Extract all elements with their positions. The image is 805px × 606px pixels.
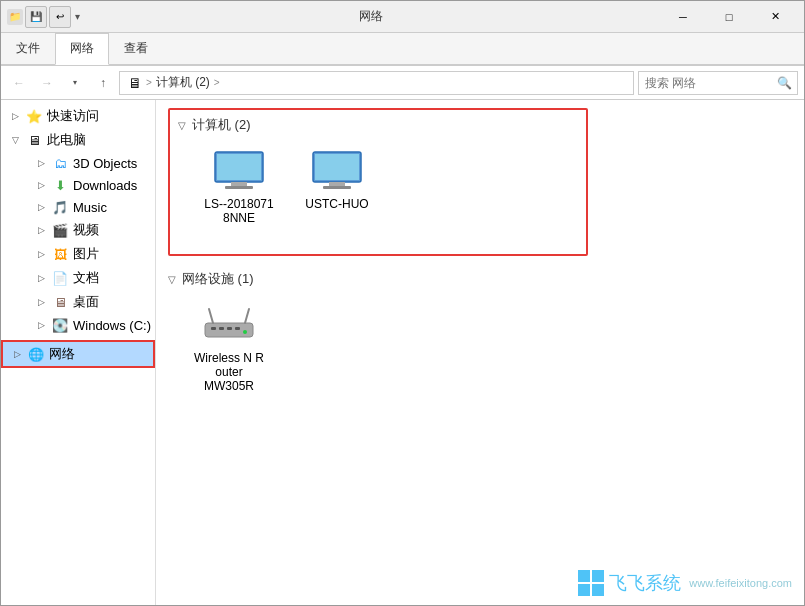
sidebar-item-docs[interactable]: ▷ 📄 文档 [1,266,155,290]
svg-rect-16 [578,570,590,582]
ribbon: 文件 网络 查看 [1,33,804,66]
computers-grid: LS--20180718NNE USTC-HUO [178,142,578,232]
save-btn[interactable]: 💾 [25,6,47,28]
forward-button[interactable]: → [35,71,59,95]
tab-network[interactable]: 网络 [55,33,109,65]
sidebar-label-desktop: 桌面 [73,293,99,311]
svg-line-13 [209,309,213,323]
svg-rect-9 [211,327,216,330]
svg-rect-6 [329,182,345,186]
svg-rect-7 [323,186,351,189]
address-bar[interactable]: 🖥 > 计算机 (2) > [119,71,634,95]
network-icon: 🌐 [27,346,45,362]
network-devices-header: ▽ 网络设施 (1) [168,270,792,288]
path-segment-network: 计算机 (2) [156,74,210,91]
sidebar-label-pictures: 图片 [73,245,99,263]
tab-view[interactable]: 查看 [109,33,163,64]
sidebar-label-this-pc: 此电脑 [47,131,86,149]
network-devices-title: 网络设施 (1) [182,270,254,288]
window-title: 网络 [86,8,656,25]
minimize-button[interactable]: ─ [660,1,706,33]
maximize-button[interactable]: □ [706,1,752,33]
sidebar-item-network[interactable]: ▷ 🌐 网络 [1,340,155,368]
svg-rect-10 [219,327,224,330]
computer-label-1: LS--20180718NNE [201,197,277,225]
sidebar-item-music[interactable]: ▷ 🎵 Music [1,196,155,218]
up-button[interactable]: ↑ [91,71,115,95]
computer-label-2: USTC-HUO [305,197,368,211]
router-item[interactable]: Wireless N Router MW305R [184,296,274,400]
svg-line-14 [245,309,249,323]
sidebar-item-this-pc[interactable]: ▽ 🖥 此电脑 [1,128,155,152]
content-pane: ▽ 计算机 (2) [156,100,804,605]
sidebar-item-3d-objects[interactable]: ▷ 🗂 3D Objects [1,152,155,174]
sidebar-label-downloads: Downloads [73,178,137,193]
docs-icon: 📄 [51,270,69,286]
svg-rect-3 [225,186,253,189]
computer-item-1[interactable]: LS--20180718NNE [194,142,284,232]
path-icon: 🖥 [128,75,142,91]
brand-windows-icon [577,569,605,597]
drive-icon: 💽 [51,317,69,333]
svg-rect-19 [592,584,604,596]
computer-icon-1 [209,149,269,193]
sidebar-label-videos: 视频 [73,221,99,239]
sidebar-item-pictures[interactable]: ▷ 🖼 图片 [1,242,155,266]
search-input[interactable] [638,71,798,95]
quick-access-icon: ⭐ [25,108,43,124]
brand-bar: 飞飞系统 www.feifeixitong.com [577,569,792,597]
chevron-network: ▷ [11,349,23,359]
computers-section-title: 计算机 (2) [192,116,251,134]
music-icon: 🎵 [51,199,69,215]
svg-point-15 [243,330,247,334]
3d-objects-icon: 🗂 [51,155,69,171]
sidebar-item-quick-access[interactable]: ▷ ⭐ 快速访问 [1,104,155,128]
undo-btn[interactable]: ↩ [49,6,71,28]
svg-rect-17 [592,570,604,582]
sidebar-label-3d: 3D Objects [73,156,137,171]
router-icon [199,303,259,347]
sidebar-label-quick-access: 快速访问 [47,107,99,125]
tab-file[interactable]: 文件 [1,33,55,64]
recent-locations-button[interactable]: ▾ [63,71,87,95]
svg-rect-18 [578,584,590,596]
ribbon-tabs: 文件 网络 查看 [1,33,804,65]
sidebar-label-network: 网络 [49,345,75,363]
path-separator-1: > [146,77,152,88]
sidebar-item-desktop[interactable]: ▷ 🖥 桌面 [1,290,155,314]
computer-item-2[interactable]: USTC-HUO [292,142,382,232]
brand-text: 飞飞系统 [609,571,681,595]
computer-icon-2 [307,149,367,193]
sidebar-label-drive-c: Windows (C:) [73,318,151,333]
computers-chevron: ▽ [178,120,186,131]
titlebar: 📁 💾 ↩ ▾ 网络 ─ □ ✕ [1,1,804,33]
back-button[interactable]: ← [7,71,31,95]
sidebar-item-drive-c[interactable]: ▷ 💽 Windows (C:) [1,314,155,336]
computers-section-header: ▽ 计算机 (2) [178,116,578,134]
sidebar: ▷ ⭐ 快速访问 ▽ 🖥 此电脑 ▷ 🗂 3D Objects ▷ ⬇ Down… [1,100,156,605]
close-button[interactable]: ✕ [752,1,798,33]
svg-rect-5 [315,154,359,180]
svg-rect-1 [217,154,261,180]
chevron-desktop: ▷ [35,297,47,307]
customize-qat[interactable]: ▾ [73,9,82,24]
quick-access-toolbar: 📁 💾 ↩ ▾ [7,6,82,28]
sidebar-label-docs: 文档 [73,269,99,287]
chevron-this-pc: ▽ [9,135,21,145]
window-icon: 📁 [7,9,23,25]
path-tail-sep: > [214,77,220,88]
chevron-drive: ▷ [35,320,47,330]
sidebar-item-downloads[interactable]: ▷ ⬇ Downloads [1,174,155,196]
sidebar-item-videos[interactable]: ▷ 🎬 视频 [1,218,155,242]
addressbar: ← → ▾ ↑ 🖥 > 计算机 (2) > 🔍 [1,66,804,100]
svg-rect-2 [231,182,247,186]
chevron-docs: ▷ [35,273,47,283]
main-area: ▷ ⭐ 快速访问 ▽ 🖥 此电脑 ▷ 🗂 3D Objects ▷ ⬇ Down… [1,100,804,605]
router-label: Wireless N Router MW305R [191,351,267,393]
videos-icon: 🎬 [51,222,69,238]
chevron-videos: ▷ [35,225,47,235]
svg-rect-12 [235,327,240,330]
window-controls: ─ □ ✕ [660,1,798,33]
brand-logo: 飞飞系统 [577,569,681,597]
network-devices-grid: Wireless N Router MW305R [168,296,792,400]
